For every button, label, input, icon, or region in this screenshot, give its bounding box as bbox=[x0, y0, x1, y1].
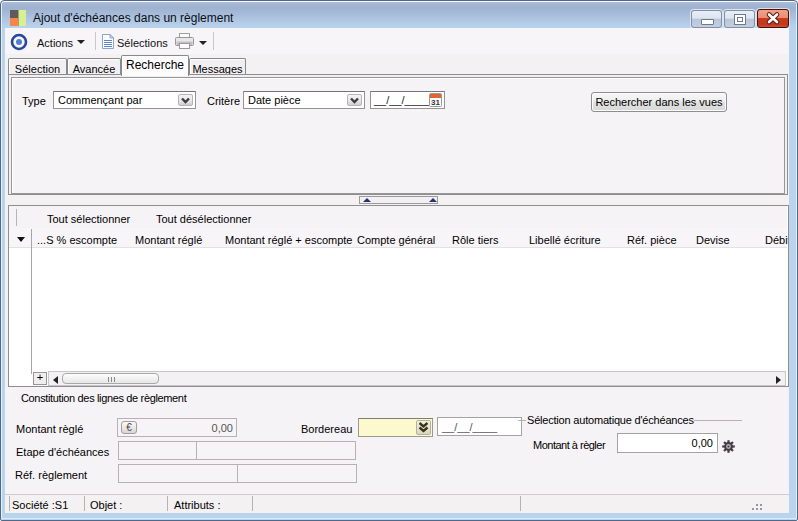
svg-text:31: 31 bbox=[431, 98, 440, 107]
